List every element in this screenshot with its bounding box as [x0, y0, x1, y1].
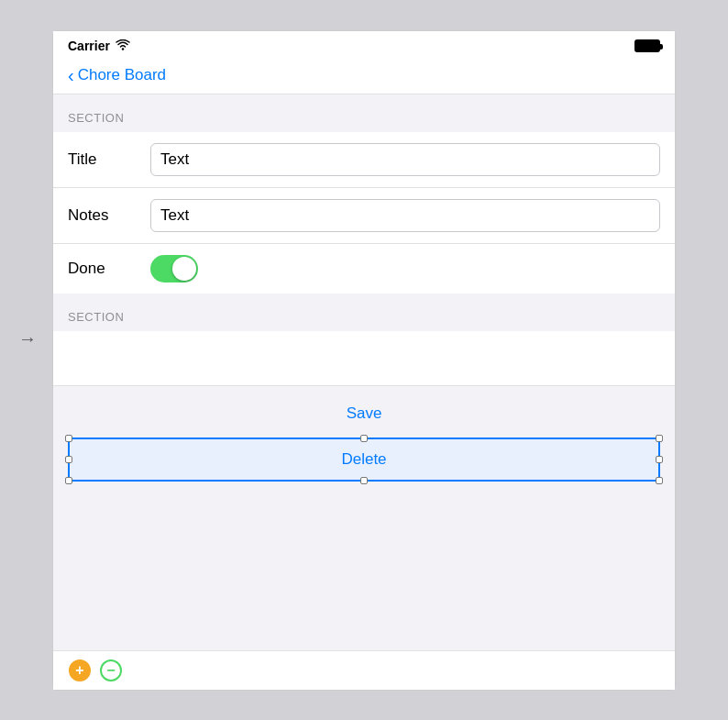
- status-bar: Carrier: [53, 31, 675, 59]
- remove-icon: −: [100, 659, 122, 681]
- notes-input[interactable]: [150, 199, 660, 232]
- handle-bot-left[interactable]: [65, 477, 72, 484]
- notes-row: Notes: [53, 188, 675, 244]
- section-arrow: →: [18, 328, 37, 349]
- section-2-header: SECTION: [53, 294, 675, 331]
- section-2-rows: [53, 331, 675, 386]
- handle-top-right[interactable]: [656, 435, 663, 442]
- back-label: Chore Board: [78, 66, 166, 84]
- handle-bot-right[interactable]: [656, 477, 663, 484]
- bottom-toolbar: + −: [53, 650, 675, 690]
- delete-button[interactable]: Delete: [70, 439, 658, 480]
- section-1-header: SECTION: [53, 94, 675, 132]
- status-left: Carrier: [68, 39, 130, 53]
- device-frame: Carrier ‹ Chore Board → SECTION: [52, 30, 676, 691]
- title-input[interactable]: [150, 143, 660, 176]
- wifi-icon: [116, 39, 130, 53]
- bottom-spacer: [53, 496, 675, 588]
- delete-button-container: Delete: [68, 438, 660, 482]
- add-icon: +: [69, 659, 91, 681]
- content-area: → SECTION Title Notes Done: [53, 94, 675, 650]
- handle-top-center[interactable]: [360, 435, 368, 442]
- add-icon-button[interactable]: +: [68, 659, 92, 682]
- save-button[interactable]: Save: [347, 404, 382, 423]
- form-rows-1: Title Notes Done: [53, 132, 675, 294]
- back-chevron-icon: ‹: [68, 66, 74, 84]
- back-button[interactable]: ‹ Chore Board: [68, 66, 166, 84]
- handle-mid-right[interactable]: [656, 456, 663, 463]
- title-row: Title: [53, 132, 675, 188]
- done-toggle[interactable]: [150, 255, 198, 282]
- title-label: Title: [68, 150, 150, 169]
- toggle-slider: [150, 255, 198, 282]
- nav-bar: ‹ Chore Board: [53, 59, 675, 94]
- done-row: Done: [53, 244, 675, 294]
- handle-bot-center[interactable]: [360, 477, 368, 484]
- carrier-label: Carrier: [68, 39, 110, 53]
- done-label: Done: [68, 260, 150, 278]
- handle-mid-left[interactable]: [65, 456, 72, 463]
- remove-icon-button[interactable]: −: [99, 659, 123, 682]
- save-area: Save: [53, 386, 675, 438]
- battery-icon: [634, 39, 660, 52]
- delete-area: Delete: [53, 438, 675, 496]
- handle-top-left[interactable]: [65, 435, 72, 442]
- notes-label: Notes: [68, 206, 150, 225]
